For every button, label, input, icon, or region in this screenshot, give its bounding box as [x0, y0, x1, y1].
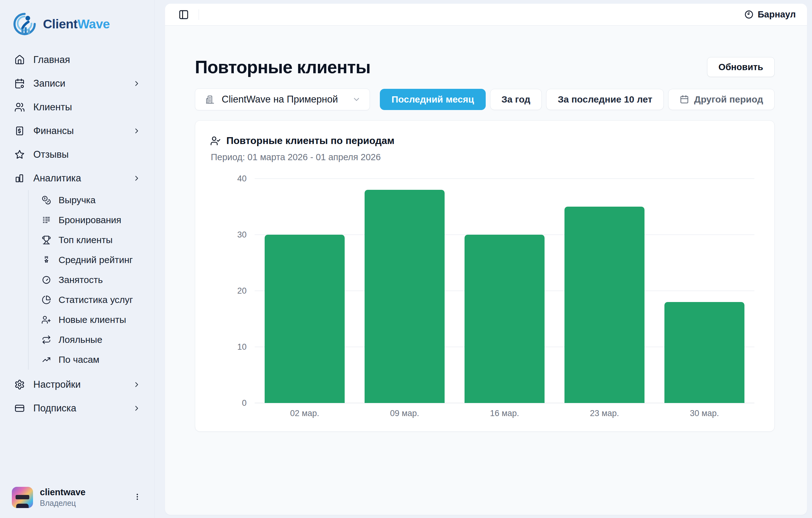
- chevron-right-icon: [133, 404, 141, 412]
- trophy-icon: [42, 235, 51, 245]
- chart-column-icon: [14, 173, 25, 184]
- bar-23 мар.: [564, 207, 644, 403]
- sidebar-item-clients[interactable]: Клиенты: [8, 96, 146, 119]
- refresh-button[interactable]: Обновить: [707, 57, 775, 77]
- gear-icon: [14, 379, 25, 390]
- sidebar-item-home[interactable]: Главная: [8, 48, 146, 72]
- submenu-item-avg-rating[interactable]: Средний рейтинг: [38, 250, 146, 270]
- period-button-last-month[interactable]: Последний месяц: [380, 89, 485, 110]
- app-logo[interactable]: ClientWave: [12, 11, 146, 37]
- user-name: clientwave: [40, 487, 86, 497]
- submenu-item-label: По часам: [59, 354, 99, 365]
- main-panel: Барнаул Повторные клиенты Обновить Clien…: [165, 4, 807, 515]
- panel-left-icon: [178, 9, 189, 20]
- y-axis-tick: 30: [237, 230, 246, 240]
- chart-card: Повторные клиенты по периодам Период: 01…: [195, 120, 775, 432]
- chevron-down-icon: [352, 95, 361, 104]
- user-profile[interactable]: clientwave Владелец: [8, 484, 146, 510]
- submenu-item-label: Средний рейтинг: [59, 255, 133, 265]
- sidebar-item-label: Настройки: [33, 379, 81, 390]
- period-button-year[interactable]: За год: [490, 89, 542, 110]
- sidebar-item-label: Аналитика: [33, 173, 81, 184]
- calendar-icon: [680, 95, 689, 104]
- calendar-dot-icon: [14, 78, 25, 89]
- submenu-item-label: Топ клиенты: [59, 235, 113, 245]
- kebab-menu-icon: [133, 493, 141, 501]
- submenu-item-label: Бронирования: [59, 215, 121, 225]
- x-axis-label: 30 мар.: [655, 409, 754, 418]
- bars: [255, 179, 754, 403]
- submenu-item-revenue[interactable]: Выручка: [38, 190, 146, 210]
- sidebar-item-settings[interactable]: Настройки: [8, 373, 146, 397]
- submenu-item-bookings[interactable]: Бронирования: [38, 210, 146, 230]
- x-axis-label: 02 мар.: [255, 409, 355, 418]
- bar-slot: [455, 179, 554, 403]
- sidebar-item-finance[interactable]: Финансы: [8, 119, 146, 143]
- sidebar-item-label: Отзывы: [33, 149, 69, 160]
- medal-icon: [42, 255, 51, 265]
- y-axis-tick: 20: [237, 286, 246, 296]
- y-axis-tick: 40: [237, 174, 246, 184]
- avatar: [12, 487, 33, 508]
- gauge-icon: [42, 275, 51, 284]
- sidebar-item-label: Финансы: [33, 125, 74, 137]
- chart-title: Повторные клиенты по периодам: [226, 135, 395, 146]
- chart-plot: 010203040: [255, 179, 754, 403]
- x-axis-label: 16 мар.: [455, 409, 554, 418]
- submenu-item-top-clients[interactable]: Топ клиенты: [38, 230, 146, 250]
- bar-02 мар.: [265, 235, 345, 403]
- sidebar-item-appointments[interactable]: Записи: [8, 72, 146, 96]
- bar-09 мар.: [365, 190, 444, 403]
- repeat-icon: [42, 335, 51, 345]
- x-axis-label: 23 мар.: [554, 409, 655, 418]
- submenu-item-loyal[interactable]: Лояльные: [38, 330, 146, 350]
- user-menu-button[interactable]: [131, 490, 144, 505]
- submenu-item-label: Статистика услуг: [59, 295, 133, 305]
- bookings-grid-icon: [42, 215, 51, 225]
- credit-card-icon: [14, 403, 25, 414]
- sidebar-item-subscription[interactable]: Подписка: [8, 397, 146, 420]
- submenu-item-by-hours[interactable]: По часам: [38, 350, 146, 370]
- bar-slot: [355, 179, 455, 403]
- coins-icon: [42, 195, 51, 205]
- period-button-custom[interactable]: Другой период: [668, 89, 775, 110]
- sidebar-toggle-button[interactable]: [176, 7, 191, 22]
- analytics-submenu: Выручка Бронирования Топ клиенты Средний…: [28, 190, 146, 370]
- submenu-item-new-clients[interactable]: Новые клиенты: [38, 310, 146, 330]
- filter-row: ClientWave на Примерной Последний месяц …: [195, 88, 775, 110]
- period-button-label: Другой период: [694, 94, 763, 105]
- sidebar-item-reviews[interactable]: Отзывы: [8, 143, 146, 166]
- period-button-10-years[interactable]: За последние 10 лет: [546, 89, 664, 110]
- submenu-item-occupancy[interactable]: Занятость: [38, 270, 146, 290]
- x-axis-label: 09 мар.: [355, 409, 455, 418]
- y-axis-tick: 0: [242, 398, 246, 408]
- chevron-right-icon: [133, 127, 141, 135]
- star-icon: [14, 149, 25, 160]
- branch-select[interactable]: ClientWave на Примерной: [195, 88, 370, 110]
- topbar: Барнаул: [165, 4, 807, 26]
- bar-slot: [554, 179, 655, 403]
- user-check-icon: [210, 136, 221, 146]
- location-label: Барнаул: [758, 9, 796, 20]
- building-icon: [205, 95, 215, 104]
- bar-30 мар.: [664, 302, 745, 403]
- sidebar-item-label: Записи: [33, 78, 65, 89]
- chevron-right-icon: [133, 80, 141, 88]
- chevron-right-icon: [133, 381, 141, 389]
- sidebar-item-label: Клиенты: [33, 102, 72, 113]
- page-content: Повторные клиенты Обновить ClientWave на…: [165, 26, 807, 432]
- submenu-item-service-stats[interactable]: Статистика услуг: [38, 290, 146, 310]
- bar-slot: [655, 179, 754, 403]
- submenu-item-label: Занятость: [59, 275, 103, 285]
- pie-chart-icon: [42, 295, 51, 304]
- sidebar-item-analytics[interactable]: Аналитика: [8, 166, 146, 190]
- topbar-divider: [199, 9, 199, 20]
- location-selector[interactable]: Барнаул: [744, 9, 796, 20]
- x-axis-labels: 02 мар.09 мар.16 мар.23 мар.30 мар.: [255, 409, 754, 418]
- period-button-group: Последний месяц За год За последние 10 л…: [380, 89, 775, 110]
- home-icon: [14, 55, 25, 65]
- submenu-item-label: Новые клиенты: [59, 315, 126, 325]
- users-icon: [14, 102, 25, 112]
- brand-mark-icon: [12, 11, 37, 37]
- submenu-item-label: Выручка: [59, 195, 95, 206]
